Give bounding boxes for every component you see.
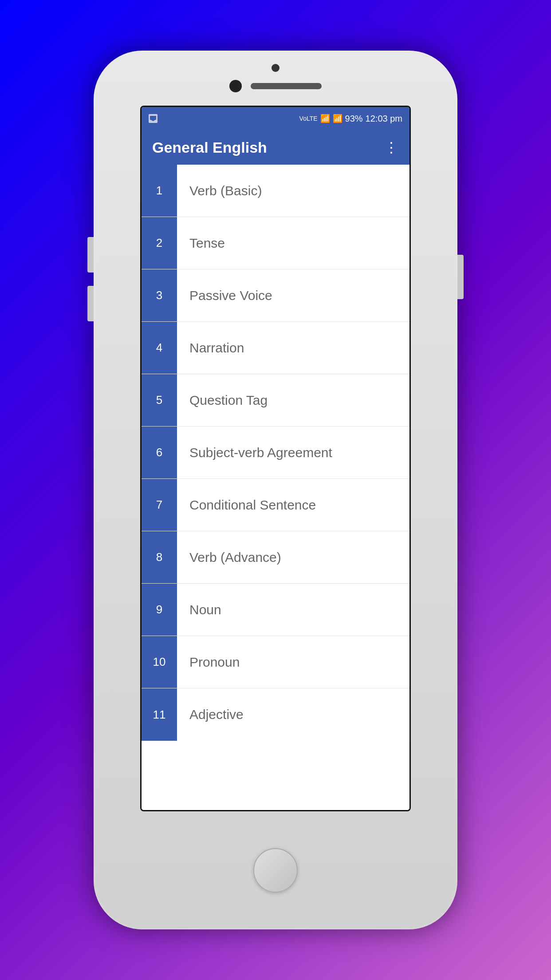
app-header: General English ⋮	[142, 130, 409, 165]
item-number-col: 2	[142, 217, 177, 269]
volume-up-button[interactable]	[87, 237, 94, 273]
list-item[interactable]: 10Pronoun	[142, 636, 409, 688]
list-item[interactable]: 8Verb (Advance)	[142, 531, 409, 584]
item-number-col: 3	[142, 269, 177, 321]
time-display: 12:03 pm	[366, 114, 402, 124]
list-item[interactable]: 3Passive Voice	[142, 269, 409, 322]
status-bar: VoLTE 📶 📶 93% 12:03 pm	[142, 107, 409, 130]
list-item[interactable]: 7Conditional Sentence	[142, 479, 409, 531]
item-label: Noun	[189, 602, 221, 617]
item-number: 9	[156, 603, 162, 616]
status-left	[149, 114, 157, 123]
speaker-grille	[251, 83, 322, 89]
item-number-col: 1	[142, 165, 177, 217]
item-label-col: Pronoun	[177, 636, 409, 688]
svg-rect-0	[150, 116, 156, 120]
list-item[interactable]: 6Subject-verb Agreement	[142, 427, 409, 479]
phone-bottom	[253, 811, 298, 929]
item-number: 4	[156, 341, 162, 355]
item-number: 2	[156, 236, 162, 250]
item-label-col: Conditional Sentence	[177, 479, 409, 531]
item-number-col: 4	[142, 322, 177, 374]
item-label: Subject-verb Agreement	[189, 445, 332, 460]
item-number: 11	[153, 708, 166, 722]
item-number: 6	[156, 446, 162, 459]
svg-marker-1	[151, 120, 155, 121]
item-number-col: 11	[142, 688, 177, 741]
list-item[interactable]: 5Question Tag	[142, 374, 409, 427]
item-number-col: 6	[142, 427, 177, 478]
item-label: Verb (Advance)	[189, 550, 281, 565]
wifi-icon: 📶	[320, 114, 330, 123]
item-label-col: Verb (Basic)	[177, 165, 409, 217]
item-number: 8	[156, 550, 162, 564]
item-label-col: Passive Voice	[177, 269, 409, 321]
item-label: Question Tag	[189, 393, 268, 408]
item-number: 1	[156, 184, 162, 198]
screen: VoLTE 📶 📶 93% 12:03 pm General English ⋮…	[140, 106, 411, 811]
item-label: Adjective	[189, 707, 244, 722]
list-item[interactable]: 1Verb (Basic)	[142, 165, 409, 217]
item-number-col: 10	[142, 636, 177, 688]
item-label: Passive Voice	[189, 288, 272, 303]
list-item[interactable]: 2Tense	[142, 217, 409, 269]
list-item[interactable]: 11Adjective	[142, 688, 409, 741]
item-number-col: 9	[142, 584, 177, 636]
item-number: 5	[156, 393, 162, 407]
app-title: General English	[152, 139, 267, 156]
item-label: Tense	[189, 236, 225, 251]
item-number: 7	[156, 498, 162, 512]
item-label-col: Narration	[177, 322, 409, 374]
item-label-col: Verb (Advance)	[177, 531, 409, 583]
menu-button[interactable]: ⋮	[384, 140, 399, 154]
list-container[interactable]: 1Verb (Basic)2Tense3Passive Voice4Narrat…	[142, 165, 409, 810]
item-label-col: Noun	[177, 584, 409, 636]
item-label: Conditional Sentence	[189, 498, 316, 513]
phone-top	[94, 51, 457, 97]
front-camera	[229, 80, 242, 92]
item-label-col: Subject-verb Agreement	[177, 427, 409, 478]
list-item[interactable]: 4Narration	[142, 322, 409, 374]
notification-icon	[149, 114, 157, 123]
volume-down-button[interactable]	[87, 286, 94, 321]
power-button[interactable]	[457, 255, 464, 299]
item-number-col: 8	[142, 531, 177, 583]
volte-icon: VoLTE	[299, 115, 318, 122]
home-button[interactable]	[253, 848, 298, 893]
item-number: 10	[153, 655, 166, 669]
item-label-col: Tense	[177, 217, 409, 269]
item-number: 3	[156, 288, 162, 302]
signal-icon: 📶	[333, 114, 342, 123]
phone-frame: VoLTE 📶 📶 93% 12:03 pm General English ⋮…	[94, 51, 457, 929]
item-number-col: 5	[142, 374, 177, 426]
battery-percent: 93%	[345, 114, 363, 124]
item-label: Verb (Basic)	[189, 183, 262, 198]
camera-dot	[272, 64, 279, 72]
item-label: Narration	[189, 340, 244, 356]
item-number-col: 7	[142, 479, 177, 531]
list-item[interactable]: 9Noun	[142, 584, 409, 636]
item-label-col: Adjective	[177, 688, 409, 741]
status-right: VoLTE 📶 📶 93% 12:03 pm	[299, 114, 402, 124]
item-label: Pronoun	[189, 655, 240, 670]
speaker-row	[229, 80, 322, 92]
item-label-col: Question Tag	[177, 374, 409, 426]
